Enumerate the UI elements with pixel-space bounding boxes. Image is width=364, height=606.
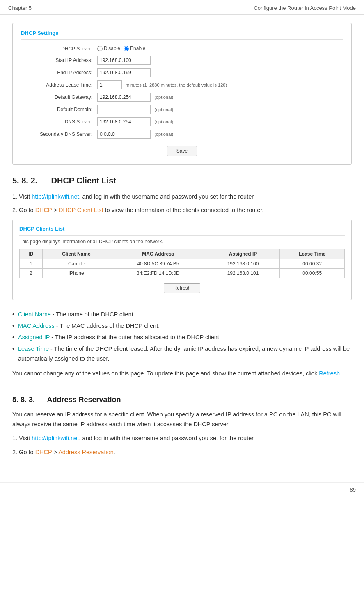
start-ip-input[interactable] (97, 56, 151, 65)
address-lease-label: Address Lease Time: (21, 79, 95, 91)
bullet-client-name-text: - The name of the DHCP client. (51, 311, 135, 318)
dhcp-settings-form: DHCP Server: Disable Enable (21, 44, 343, 140)
clients-desc: This page displays information of all DH… (19, 239, 345, 245)
refresh-button[interactable]: Refresh (164, 283, 200, 293)
default-gateway-input[interactable] (97, 93, 151, 102)
address-lease-input[interactable] (97, 80, 122, 89)
dhcp-server-radio-group: Disable Enable (97, 46, 145, 51)
chapter-label: Chapter 5 (8, 5, 32, 11)
bullet-lease-time-highlight: Lease Time (18, 345, 49, 352)
dhcp-clients-box: DHCP Clients List This page displays inf… (12, 220, 352, 300)
save-button[interactable]: Save (167, 146, 197, 156)
dhcp-disable-radio[interactable] (97, 46, 103, 51)
step2-582-link1: DHCP (35, 207, 52, 213)
section-583-title: Address Reservation (47, 396, 121, 404)
secondary-dns-optional: (optional) (154, 132, 173, 137)
dns-server-value: (optional) (95, 116, 343, 128)
step1-582-para: 1. Visit http://tplinkwifi.net, and log … (12, 192, 352, 202)
start-ip-row: Start IP Address: (21, 54, 343, 66)
col-id: ID (20, 249, 43, 259)
col-assigned-ip: Assigned IP (206, 249, 280, 259)
bullet-mac-address: MAC Address - The MAC address of the DHC… (12, 321, 352, 331)
secondary-dns-input[interactable] (97, 130, 151, 139)
dhcp-enable-radio[interactable] (124, 46, 129, 51)
address-lease-hint: minutes (1~2880 minutes, the default val… (126, 82, 227, 87)
end-ip-value (95, 66, 343, 79)
step1-582-prefix: 1. Visit (12, 193, 32, 200)
dhcp-settings-title: DHCP Settings (21, 30, 343, 40)
step2-582-link2: DHCP Client List (59, 207, 103, 213)
bullet-assigned-ip-text: - The IP address that the outer has allo… (50, 334, 221, 341)
bullet-mac-address-text: - The MAC address of the DHCP client. (55, 322, 160, 329)
page-footer: 89 (0, 482, 364, 497)
step2-583-separator: > (52, 449, 58, 455)
clients-table-header-row: ID Client Name MAC Address Assigned IP L… (20, 249, 345, 259)
table-row: 2iPhone34:E2:FD:14:1D:0D192.168.0.10100:… (20, 269, 345, 278)
dns-server-label: DNS Server: (21, 116, 95, 128)
table-row: 1Camille40:8D:5C:39:74:B5192.168.0.10000… (20, 259, 345, 269)
start-ip-value (95, 54, 343, 66)
step2-583-prefix: 2. Go to (12, 449, 35, 455)
step2-582-para: 2. Go to DHCP > DHCP Client List to view… (12, 206, 352, 215)
dhcp-server-label: DHCP Server: (21, 44, 95, 54)
dhcp-enable-text: Enable (130, 46, 145, 51)
step2-583-para: 2. Go to DHCP > Address Reservation. (12, 448, 352, 457)
clients-box-title: DHCP Clients List (19, 226, 345, 236)
default-gateway-label: Default Gateway: (21, 91, 95, 103)
step1-583-para: 1. Visit http://tplinkwifi.net, and log … (12, 434, 352, 444)
end-ip-label: End IP Address: (21, 66, 95, 79)
clients-table: ID Client Name MAC Address Assigned IP L… (19, 249, 345, 278)
note-582-link: Refresh (319, 370, 340, 377)
para-583: You can reserve an IP address for a spec… (12, 410, 352, 430)
start-ip-label: Start IP Address: (21, 54, 95, 66)
bullet-client-name-highlight: Client Name (18, 311, 51, 318)
dhcp-disable-label[interactable]: Disable (97, 46, 120, 51)
default-domain-label: Default Domain: (21, 103, 95, 116)
dhcp-disable-text: Disable (104, 46, 120, 51)
page-number: 89 (350, 487, 356, 493)
bullet-mac-address-highlight: MAC Address (18, 322, 55, 329)
bullets-582: Client Name - The name of the DHCP clien… (12, 310, 352, 364)
step2-582-separator: > (52, 207, 59, 213)
note-582-para: You cannot change any of the values on t… (12, 369, 352, 379)
note-582-suffix: . (340, 370, 341, 377)
default-gateway-optional: (optional) (154, 95, 173, 100)
end-ip-row: End IP Address: (21, 66, 343, 79)
step2-582-prefix: 2. Go to (12, 207, 35, 213)
step2-583-link2: Address Reservation (58, 449, 114, 455)
dhcp-enable-label[interactable]: Enable (124, 46, 145, 51)
secondary-dns-row: Secondary DNS Server: (optional) (21, 128, 343, 140)
step1-583-link[interactable]: http://tplinkwifi.net (32, 435, 79, 441)
step2-583-suffix: . (114, 449, 115, 455)
dhcp-server-value: Disable Enable (95, 44, 343, 54)
divider (12, 387, 352, 387)
default-gateway-row: Default Gateway: (optional) (21, 91, 343, 103)
dns-server-input[interactable] (97, 117, 151, 126)
step2-582-suffix: to view the information of the clients c… (103, 207, 264, 213)
section-582-number: 5. 8. 2. (12, 176, 37, 185)
secondary-dns-value: (optional) (95, 128, 343, 140)
dns-server-optional: (optional) (154, 119, 173, 124)
page-header: Chapter 5 Configure the Router in Access… (0, 0, 364, 15)
bullet-lease-time-text: - The time of the DHCP client leased. Af… (18, 345, 350, 362)
secondary-dns-label: Secondary DNS Server: (21, 128, 95, 140)
page-content: DHCP Settings DHCP Server: Disable Enabl… (0, 15, 364, 474)
dhcp-settings-box: DHCP Settings DHCP Server: Disable Enabl… (12, 23, 352, 165)
address-lease-row: Address Lease Time: minutes (1~2880 minu… (21, 79, 343, 91)
section-583-number: 5. 8. 3. (12, 396, 35, 404)
bullet-lease-time: Lease Time - The time of the DHCP client… (12, 344, 352, 364)
section-582-heading: 5. 8. 2. DHCP Client List (12, 176, 352, 185)
page-title: Configure the Router in Access Point Mod… (254, 5, 356, 11)
step2-583-link1: DHCP (35, 449, 52, 455)
default-domain-input[interactable] (97, 105, 151, 114)
section-582-title: DHCP Client List (51, 176, 117, 185)
save-btn-row: Save (21, 146, 343, 156)
col-client-name: Client Name (42, 249, 110, 259)
step1-583-prefix: 1. Visit (12, 435, 32, 441)
bullet-client-name: Client Name - The name of the DHCP clien… (12, 310, 352, 320)
step1-582-link[interactable]: http://tplinkwifi.net (32, 193, 79, 200)
step1-583-suffix: , and log in with the username and passw… (79, 435, 255, 441)
address-lease-value: minutes (1~2880 minutes, the default val… (95, 79, 343, 91)
end-ip-input[interactable] (97, 68, 151, 77)
default-domain-value: (optional) (95, 103, 343, 116)
